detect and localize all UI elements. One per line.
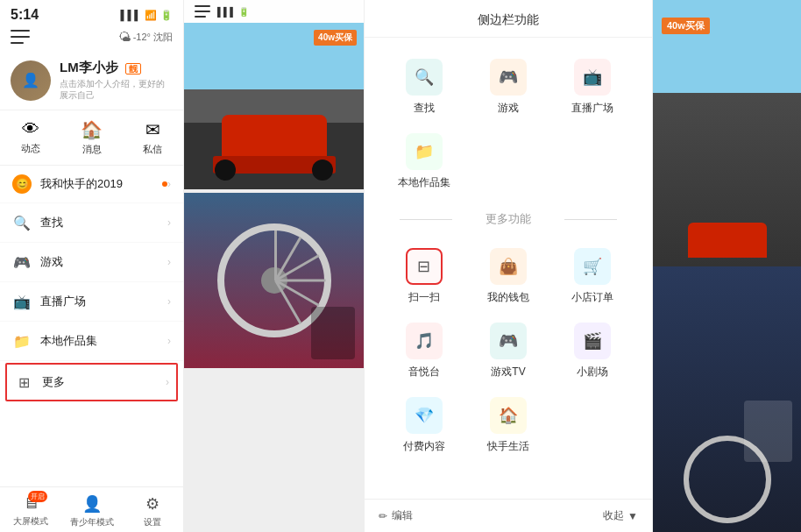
feature-gametv-icon: 🎮 bbox=[499, 331, 518, 351]
avatar: 👤 bbox=[11, 60, 51, 101]
feature-local-icon-wrap: 📁 bbox=[406, 133, 443, 170]
feature-paid[interactable]: 💎 付费内容 bbox=[382, 388, 466, 463]
top-feature-grid: 🔍 查找 🎮 游戏 📺 直播广场 bbox=[382, 50, 634, 124]
feature-theater-icon-wrap: 🎬 bbox=[574, 323, 611, 359]
video-thumbnail-2[interactable] bbox=[184, 193, 364, 368]
feature-life[interactable]: 🏠 快手生活 bbox=[466, 388, 550, 463]
settings-icon: ⚙ bbox=[145, 494, 159, 514]
live-label: 直播广场 bbox=[40, 294, 167, 309]
video-thumbnail-1[interactable]: 40w买保 bbox=[184, 23, 364, 189]
nav-item-search[interactable]: 🔍 查找 › bbox=[0, 203, 183, 243]
status-time: 5:14 bbox=[11, 7, 39, 23]
youth-icon: 👤 bbox=[82, 494, 102, 514]
feature-live[interactable]: 📺 直播广场 bbox=[550, 50, 634, 124]
feature-shop[interactable]: 🛒 小店订单 bbox=[550, 239, 634, 314]
nav-item-games[interactable]: 🎮 游戏 › bbox=[0, 243, 183, 282]
feature-paid-label: 付费内容 bbox=[403, 439, 445, 454]
feature-music-icon-wrap: 🎵 bbox=[406, 323, 443, 359]
feed-menu-icon[interactable] bbox=[195, 5, 210, 18]
person-overlay bbox=[311, 307, 355, 359]
bottom-bar-settings[interactable]: ⚙ 设置 bbox=[122, 494, 183, 528]
edit-button[interactable]: ✏ 编辑 bbox=[379, 508, 413, 523]
nav-item-live[interactable]: 📺 直播广场 › bbox=[0, 282, 183, 322]
arrow-icon: › bbox=[167, 335, 171, 347]
more-section-title: 更多功能 bbox=[382, 211, 634, 227]
feature-local[interactable]: 📁 本地作品集 bbox=[382, 124, 466, 199]
collapse-button[interactable]: 收起 ▼ bbox=[603, 508, 638, 523]
feature-music[interactable]: 🎵 音悦台 bbox=[382, 314, 466, 388]
feature-life-icon: 🏠 bbox=[499, 406, 518, 425]
feature-search-label: 查找 bbox=[414, 101, 435, 116]
sidebar-panel: 5:14 ▌▌▌ 📶 🔋 🌤 -12° 沈阳 👤 LM李小步 靓 点击添加个人介… bbox=[0, 0, 184, 532]
feature-search-icon-wrap: 🔍 bbox=[406, 59, 443, 96]
edit-icon: ✏ bbox=[379, 510, 387, 522]
feature-live-icon-wrap: 📺 bbox=[574, 59, 611, 96]
youth-label: 青少年模式 bbox=[70, 516, 114, 528]
arrow-icon: › bbox=[167, 295, 171, 308]
feature-paid-icon-wrap: 💎 bbox=[406, 397, 443, 434]
feature-search[interactable]: 🔍 查找 bbox=[382, 50, 466, 124]
expanded-sidebar-panel: 侧边栏功能 🔍 查找 🎮 游戏 📺 直播广场 bbox=[364, 0, 653, 532]
live-icon: 📺 bbox=[12, 292, 32, 311]
feature-live-label: 直播广场 bbox=[571, 101, 613, 116]
message-icon: 🏠 bbox=[81, 119, 103, 140]
more-feature-grid: ⊟ 扫一扫 👜 我的钱包 🛒 小店订单 🎵 bbox=[382, 239, 634, 463]
more-icon: ⊞ bbox=[14, 372, 33, 392]
message-label: 消息 bbox=[82, 143, 102, 156]
weather-icon: 🌤 bbox=[118, 30, 131, 44]
user-badge: 靓 bbox=[125, 63, 141, 74]
expanded-bottom-bar: ✏ 编辑 收起 ▼ bbox=[365, 499, 652, 532]
menu-icon[interactable] bbox=[11, 30, 30, 44]
car-wheel-right bbox=[312, 160, 333, 181]
feature-scan-icon: ⊟ bbox=[417, 257, 430, 276]
more-features-section: 更多功能 ⊟ 扫一扫 👜 我的钱包 🛒 小店订单 bbox=[365, 206, 652, 470]
arrow-icon: › bbox=[166, 376, 169, 388]
bottom-bar-bigscreen[interactable]: 🖥 开启 大屏模式 bbox=[0, 494, 61, 528]
avatar-letter: 👤 bbox=[22, 72, 39, 89]
feature-life-icon-wrap: 🏠 bbox=[490, 397, 527, 434]
local-icon: 📁 bbox=[12, 331, 32, 351]
feature-gametv[interactable]: 🎮 游戏TV bbox=[466, 314, 550, 388]
special-nav-item[interactable]: 😊 我和快手的2019 › bbox=[0, 166, 183, 203]
feature-local-label: 本地作品集 bbox=[398, 175, 450, 190]
battery-icon: 🔋 bbox=[160, 10, 173, 21]
feature-wallet-label: 我的钱包 bbox=[487, 290, 529, 305]
search-icon: 🔍 bbox=[12, 213, 32, 232]
feature-music-label: 音悦台 bbox=[408, 365, 440, 379]
feature-scan-icon-wrap: ⊟ bbox=[406, 248, 443, 285]
user-section[interactable]: 👤 LM李小步 靓 点击添加个人介绍，更好的展示自己 bbox=[0, 51, 183, 110]
feature-games-label: 游戏 bbox=[498, 101, 519, 116]
user-name: LM李小步 靓 bbox=[60, 60, 173, 76]
quick-actions: 👁 动态 🏠 消息 ✉ 私信 bbox=[0, 110, 183, 166]
bottom-bar: 🖥 开启 大屏模式 👤 青少年模式 ⚙ 设置 bbox=[0, 486, 183, 532]
nav-item-more[interactable]: ⊞ 更多 › bbox=[5, 363, 178, 401]
bottom-bar-youth[interactable]: 👤 青少年模式 bbox=[61, 494, 123, 528]
feature-gametv-label: 游戏TV bbox=[491, 365, 525, 379]
signal-icon: ▌▌▌ bbox=[121, 10, 141, 20]
games-icon: 🎮 bbox=[12, 252, 32, 272]
right-car bbox=[688, 223, 767, 258]
video-feed-panel: ▌▌▌ 🔋 40w买保 bbox=[184, 0, 364, 532]
feed-top-bar: ▌▌▌ 🔋 bbox=[184, 0, 364, 23]
nav-item-local[interactable]: 📁 本地作品集 › bbox=[0, 322, 183, 361]
quick-action-dynamic[interactable]: 👁 动态 bbox=[0, 119, 61, 156]
feature-music-icon: 🎵 bbox=[415, 331, 434, 351]
edit-label: 编辑 bbox=[392, 508, 413, 523]
right-video-panel: 40w买保 bbox=[653, 0, 801, 532]
feature-games-icon-wrap: 🎮 bbox=[490, 59, 527, 96]
quick-action-message[interactable]: 🏠 消息 bbox=[61, 119, 123, 156]
feature-wallet-icon: 👜 bbox=[499, 257, 518, 276]
feature-theater[interactable]: 🎬 小剧场 bbox=[550, 314, 634, 388]
feature-scan[interactable]: ⊟ 扫一扫 bbox=[382, 239, 466, 314]
feature-scan-label: 扫一扫 bbox=[408, 290, 440, 305]
dm-label: 私信 bbox=[143, 143, 162, 156]
feature-paid-icon: 💎 bbox=[415, 406, 434, 425]
feed-signal: ▌▌▌ 🔋 bbox=[217, 7, 249, 17]
quick-action-dm[interactable]: ✉ 私信 bbox=[122, 119, 183, 156]
bigscreen-label: 大屏模式 bbox=[13, 515, 48, 528]
feature-wallet[interactable]: 👜 我的钱包 bbox=[466, 239, 550, 314]
feature-life-label: 快手生活 bbox=[487, 439, 529, 454]
feature-games[interactable]: 🎮 游戏 bbox=[466, 50, 550, 124]
feature-theater-icon: 🎬 bbox=[583, 331, 602, 351]
feature-gametv-icon-wrap: 🎮 bbox=[490, 323, 527, 359]
